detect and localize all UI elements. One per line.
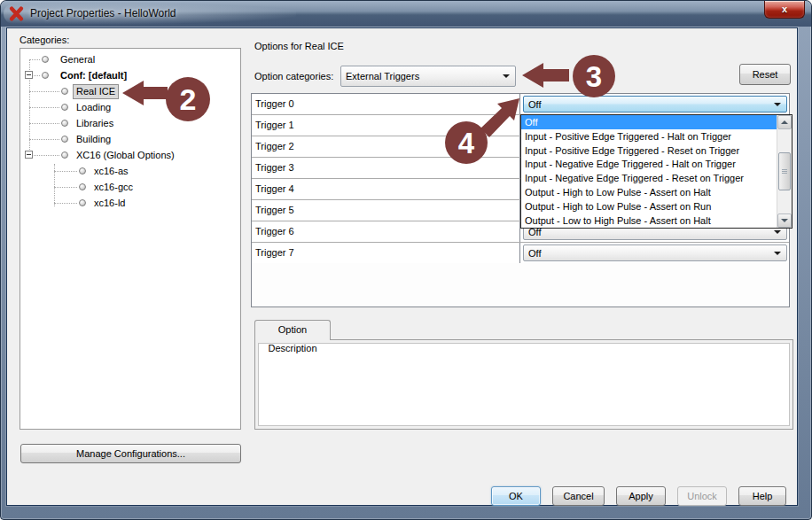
option-categories-select[interactable]: External Triggers xyxy=(340,66,516,87)
panel-title: Options for Real ICE xyxy=(254,41,344,51)
scroll-up-button[interactable] xyxy=(777,115,792,129)
tree-node-icon xyxy=(42,72,49,79)
trigger-0-select[interactable]: Off xyxy=(523,96,787,113)
dropdown-scrollbar[interactable] xyxy=(777,115,792,228)
dropdown-option[interactable]: Output - High to Low Pulse - Assert on H… xyxy=(521,185,792,199)
scroll-down-icon xyxy=(781,219,788,222)
tree-node-icon xyxy=(79,199,86,206)
dropdown-option[interactable]: Input - Negative Edge Triggered - Halt o… xyxy=(521,157,792,171)
chevron-down-icon xyxy=(774,252,781,255)
tree-node-icon xyxy=(61,104,68,111)
tree-item-real-ice[interactable]: Real ICE xyxy=(20,83,240,99)
tree-node-icon xyxy=(79,183,86,190)
chevron-down-icon xyxy=(503,74,510,78)
scroll-up-icon xyxy=(781,120,788,124)
tree-node-icon xyxy=(61,136,68,143)
help-button[interactable]: Help xyxy=(738,486,786,506)
manage-configurations-button[interactable]: Manage Configurations... xyxy=(20,444,241,463)
chevron-down-icon xyxy=(774,103,781,106)
tree-item-building[interactable]: Building xyxy=(20,131,240,147)
dialog-buttons: OK Cancel Apply Unlock Help xyxy=(491,486,786,506)
tree-node-icon xyxy=(61,120,68,127)
dropdown-option-off[interactable]: Off xyxy=(521,115,792,129)
dropdown-option[interactable]: Input - Positive Edge Triggered - Reset … xyxy=(521,144,792,158)
tree-item-xc16-as[interactable]: xc16-as xyxy=(20,163,240,179)
tree-item-xc16-gcc[interactable]: xc16-gcc xyxy=(20,179,240,195)
window-title: Project Properties - HelloWorld xyxy=(30,7,176,19)
trigger-0-dropdown-list[interactable]: Off Input - Positive Edge Triggered - Ha… xyxy=(520,114,792,229)
option-description-pane xyxy=(254,339,793,430)
mplab-x-app-icon xyxy=(9,6,24,21)
option-description-text xyxy=(258,343,790,426)
tree-node-icon xyxy=(61,88,68,95)
dialog-content: Categories: General Conf: [default] Real… xyxy=(6,27,798,506)
cancel-button[interactable]: Cancel xyxy=(552,486,605,506)
tree-item-libraries[interactable]: Libraries xyxy=(20,115,240,131)
table-row: Trigger 7 Off xyxy=(252,243,789,264)
option-categories-label: Option categories: xyxy=(254,71,333,81)
tab-option-description[interactable]: Option Description xyxy=(254,320,331,340)
close-button[interactable]: x xyxy=(764,1,805,19)
tree-item-conf-default[interactable]: Conf: [default] xyxy=(20,67,240,83)
categories-tree[interactable]: General Conf: [default] Real ICE Loading… xyxy=(20,48,241,430)
tree-item-general[interactable]: General xyxy=(20,51,240,67)
dropdown-option[interactable]: Input - Positive Edge Triggered - Halt o… xyxy=(521,129,792,144)
collapse-icon[interactable] xyxy=(25,151,33,159)
reset-button[interactable]: Reset xyxy=(739,64,791,85)
chevron-down-icon xyxy=(774,230,781,234)
table-empty-area xyxy=(252,263,789,307)
table-row: Trigger 0 Off xyxy=(252,94,789,115)
tree-item-xc16-ld[interactable]: xc16-ld xyxy=(20,195,240,211)
tree-item-xc16-global[interactable]: XC16 (Global Options) xyxy=(20,147,240,163)
tree-node-icon xyxy=(61,151,68,159)
categories-label: Categories: xyxy=(20,35,69,45)
close-icon: x xyxy=(782,4,787,14)
unlock-button[interactable]: Unlock xyxy=(677,486,727,506)
tree-item-loading[interactable]: Loading xyxy=(20,99,240,115)
project-properties-dialog: Project Properties - HelloWorld x Catego… xyxy=(0,0,812,520)
apply-button[interactable]: Apply xyxy=(616,486,666,506)
ok-button[interactable]: OK xyxy=(491,486,541,506)
titlebar[interactable]: Project Properties - HelloWorld x xyxy=(1,1,811,27)
scrollbar-thumb[interactable] xyxy=(778,152,791,190)
dropdown-option[interactable]: Output - High to Low Pulse - Assert on R… xyxy=(521,199,792,213)
tree-node-icon xyxy=(42,56,49,63)
tree-node-icon xyxy=(79,167,86,175)
dropdown-option[interactable]: Output - Low to High Pulse - Assert on H… xyxy=(521,213,792,228)
collapse-icon[interactable] xyxy=(25,71,33,79)
trigger-7-select[interactable]: Off xyxy=(523,244,787,261)
dropdown-option[interactable]: Input - Negative Edge Triggered - Reset … xyxy=(521,171,792,185)
scroll-down-button[interactable] xyxy=(777,213,792,228)
